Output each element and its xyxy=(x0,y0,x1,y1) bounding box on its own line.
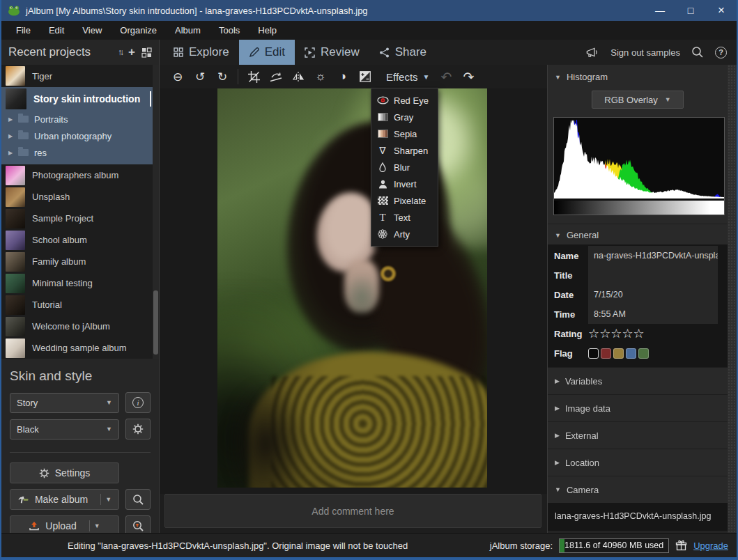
comment-input[interactable]: Add comment here xyxy=(164,494,541,528)
menu-bar: FileEditViewOrganizeAlbumToolsHelp xyxy=(1,21,737,40)
effects-menu-item-sharpen[interactable]: ∇Sharpen xyxy=(371,142,438,159)
project-item-wedding-sample-album[interactable]: Wedding sample album xyxy=(1,337,159,359)
menu-tools[interactable]: Tools xyxy=(211,22,247,38)
jalbum-window: jAlbum [My Albums\Story skin introductio… xyxy=(0,0,738,560)
crop-button[interactable] xyxy=(243,67,264,86)
subfolder-portraits[interactable]: ▶Portraits xyxy=(1,111,153,127)
menu-organize[interactable]: Organize xyxy=(112,22,164,38)
style-settings-button[interactable] xyxy=(125,419,151,440)
effects-menu-item-arty[interactable]: Arty xyxy=(371,226,438,242)
menu-album[interactable]: Album xyxy=(167,22,208,38)
subfolder-urban-photography[interactable]: ▶Urban photography xyxy=(1,127,153,144)
effects-menu-item-pixelate[interactable]: Pixelate xyxy=(371,192,438,209)
project-item-family-album[interactable]: Family album xyxy=(1,251,159,272)
gift-icon[interactable] xyxy=(675,540,687,552)
rotate-left-button[interactable]: ↺ xyxy=(190,67,210,86)
project-item-story-skin-introduction[interactable]: Story skin introduction xyxy=(1,87,153,111)
section-header-external[interactable]: ▶External xyxy=(548,421,728,449)
arty-icon xyxy=(376,229,389,239)
sign-out-link[interactable]: Sign out samples xyxy=(610,47,680,58)
inspector-scrollbar[interactable] xyxy=(728,65,737,533)
tab-review[interactable]: Review xyxy=(295,40,369,65)
flag-swatch-2[interactable] xyxy=(613,348,624,359)
upgrade-link[interactable]: Upgrade xyxy=(693,540,728,551)
project-list-scrollbar[interactable] xyxy=(153,65,159,359)
maximize-button[interactable]: □ xyxy=(675,0,706,21)
status-bar: Editing "lana-graves-H1d3PCDvktA-unsplas… xyxy=(1,533,737,557)
search-icon[interactable] xyxy=(691,46,704,59)
close-button[interactable]: × xyxy=(706,0,737,21)
general-row-title: Title xyxy=(548,265,728,285)
expand-arrow-icon[interactable]: ▶ xyxy=(8,133,18,139)
help-icon[interactable]: ? xyxy=(715,47,727,59)
project-item-welcome-to-jalbum[interactable]: Welcome to jAlbum xyxy=(1,316,159,337)
menu-file[interactable]: File xyxy=(8,22,38,38)
star-icons[interactable]: ☆☆☆☆☆ xyxy=(588,327,645,340)
section-header-variables[interactable]: ▶Variables xyxy=(548,367,728,394)
skin-select[interactable]: Story▼ xyxy=(10,393,119,413)
project-item-school-album[interactable]: School album xyxy=(1,229,159,251)
photo-being-edited[interactable] xyxy=(217,88,487,488)
contrast-button[interactable]: ◑ xyxy=(332,67,353,86)
rating-stars[interactable]: ☆☆☆☆☆ xyxy=(588,324,718,343)
project-item-tiger[interactable]: Tiger xyxy=(1,65,159,87)
levels-button[interactable] xyxy=(355,67,376,86)
make-album-button[interactable]: Make album ▼ xyxy=(10,489,119,510)
flag-swatch-4[interactable] xyxy=(638,348,649,359)
menu-view[interactable]: View xyxy=(75,22,109,38)
expand-arrow-icon[interactable]: ▶ xyxy=(8,150,18,156)
albums-grid-icon[interactable] xyxy=(141,47,152,58)
effects-menu-item-red-eye[interactable]: Red Eye xyxy=(371,92,438,109)
tab-share[interactable]: Share xyxy=(369,40,436,65)
project-item-sample-project[interactable]: Sample Project xyxy=(1,208,159,229)
project-item-unsplash[interactable]: Unsplash xyxy=(1,186,159,208)
preview-album-button[interactable] xyxy=(125,489,151,510)
flag-swatch-0[interactable] xyxy=(588,348,599,359)
subfolder-res[interactable]: ▶res xyxy=(1,144,153,161)
histogram-mode-select[interactable]: RGB Overlay▼ xyxy=(592,91,684,109)
effects-menu-item-text[interactable]: TText xyxy=(371,209,438,226)
field-value-title[interactable] xyxy=(588,265,718,285)
flag-swatch-1[interactable] xyxy=(601,348,611,359)
skin-info-button[interactable]: i xyxy=(125,392,151,413)
redo-button[interactable]: ↷ xyxy=(459,67,479,86)
project-item-photographers-album[interactable]: Photographers album xyxy=(1,164,159,186)
megaphone-icon[interactable] xyxy=(585,47,599,59)
effects-item-label: Pixelate xyxy=(394,196,426,206)
expand-arrow-icon[interactable]: ▶ xyxy=(8,116,18,123)
effects-menu-item-sepia[interactable]: Sepia xyxy=(371,125,438,142)
section-header-image-data[interactable]: ▶Image data xyxy=(548,394,728,421)
effects-item-label: Red Eye xyxy=(394,95,429,106)
settings-button[interactable]: Settings xyxy=(10,462,119,483)
project-item-tutorial[interactable]: Tutorial xyxy=(1,294,159,316)
field-value-time[interactable]: 8:55 AM xyxy=(588,304,718,324)
project-item-minimal-testing[interactable]: Minimal testing xyxy=(1,272,159,294)
tab-explore[interactable]: Explore xyxy=(164,40,239,65)
zoom-out-button[interactable]: ⊖ xyxy=(167,67,188,86)
effects-menu-item-invert[interactable]: Invert xyxy=(371,176,438,192)
minimize-button[interactable]: — xyxy=(645,0,675,21)
histogram-section-header[interactable]: ▼ Histogram xyxy=(548,65,728,86)
field-value-date[interactable]: 7/15/20 xyxy=(588,285,718,304)
rotate-right-button[interactable]: ↻ xyxy=(212,67,233,86)
flip-horizontal-button[interactable] xyxy=(288,67,309,86)
brightness-button[interactable]: ☼ xyxy=(310,67,331,86)
undo-button[interactable]: ↶ xyxy=(436,67,457,86)
effects-dropdown-button[interactable]: Effects▼ xyxy=(380,71,436,83)
chevron-down-icon: ▼ xyxy=(106,399,112,406)
effects-menu-item-blur[interactable]: Blur xyxy=(371,159,438,176)
style-select[interactable]: Black▼ xyxy=(10,419,119,440)
scrollbar-thumb[interactable] xyxy=(153,290,158,355)
flag-swatch-3[interactable] xyxy=(626,348,636,359)
sort-projects-icon[interactable]: ↑↓ xyxy=(118,47,122,57)
menu-help[interactable]: Help xyxy=(250,22,284,38)
field-value-name[interactable]: na-graves-H1d3PCDvktA-unsplasl xyxy=(588,246,718,265)
straighten-button[interactable] xyxy=(266,67,286,86)
camera-section-header[interactable]: ▼ Camera xyxy=(548,476,728,503)
effects-menu-item-gray[interactable]: Gray xyxy=(371,109,438,125)
menu-edit[interactable]: Edit xyxy=(41,22,72,38)
general-section-header[interactable]: ▼ General xyxy=(548,224,728,244)
add-project-icon[interactable]: + xyxy=(128,45,135,59)
section-header-location[interactable]: ▶Location xyxy=(548,449,728,476)
tab-edit[interactable]: Edit xyxy=(239,40,295,65)
